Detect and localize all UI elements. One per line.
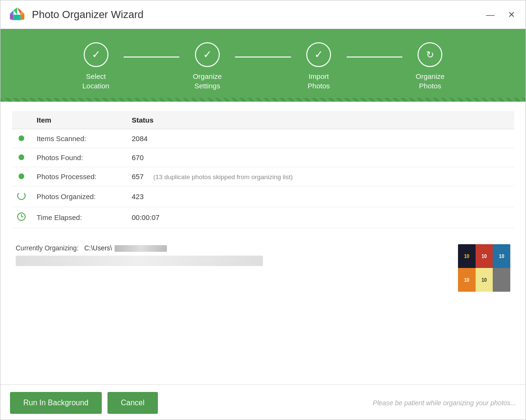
status-dot-green bbox=[19, 154, 24, 160]
path-blurred-bar bbox=[16, 256, 263, 266]
svg-marker-4 bbox=[10, 14, 14, 20]
title-bar: Photo Organizer Wizard — ✕ bbox=[0, 0, 526, 29]
row-icon bbox=[12, 148, 33, 167]
main-content: Item Status Items Scanned: 2084 Photos F… bbox=[0, 102, 526, 309]
svg-marker-5 bbox=[21, 14, 25, 20]
clock-icon bbox=[17, 212, 26, 221]
step-1-circle: ✓ bbox=[84, 42, 108, 67]
step-3-circle: ✓ bbox=[306, 42, 331, 67]
step-organize-settings: ✓ OrganizeSettings bbox=[179, 42, 235, 90]
run-in-background-button[interactable]: Run In Background bbox=[10, 392, 102, 414]
row-icon bbox=[12, 167, 33, 186]
row-status: 2084 bbox=[128, 129, 514, 148]
step-1-label: SelectLocation bbox=[82, 72, 109, 90]
step-import-photos: ✓ ImportPhotos bbox=[291, 42, 347, 90]
row-status: 657 (13 duplicate photos skipped from or… bbox=[128, 167, 514, 186]
organizing-label: Currently Organizing: C:\Users\ bbox=[16, 244, 450, 252]
duplicate-note: (13 duplicate photos skipped from organi… bbox=[153, 173, 292, 181]
row-item: Photos Organized: bbox=[33, 186, 128, 207]
table-row: Time Elapsed: 00:00:07 bbox=[12, 207, 514, 228]
organizing-info: Currently Organizing: C:\Users\ bbox=[16, 244, 450, 266]
table-row: Photos Processed: 657 (13 duplicate phot… bbox=[12, 167, 514, 186]
steps-track: ✓ SelectLocation ✓ OrganizeSettings ✓ Im… bbox=[68, 42, 458, 90]
svg-marker-2 bbox=[13, 7, 17, 14]
step-4-circle: ↻ bbox=[418, 42, 442, 67]
table-row: Photos Organized: 423 bbox=[12, 186, 514, 207]
col-status-header: Status bbox=[128, 111, 514, 129]
step-2-circle: ✓ bbox=[195, 42, 220, 67]
status-table: Item Status Items Scanned: 2084 Photos F… bbox=[12, 111, 514, 228]
step-connector-3 bbox=[347, 57, 402, 57]
status-dot-green bbox=[19, 135, 24, 141]
bottom-bar: Run In Background Cancel Please be patie… bbox=[0, 384, 526, 420]
row-item: Time Elapsed: bbox=[33, 207, 128, 228]
table-row: Photos Found: 670 bbox=[12, 148, 514, 167]
status-message: Please be patient while organizing your … bbox=[164, 399, 516, 407]
col-icon-header bbox=[12, 111, 33, 129]
organizing-path: C:\Users\ bbox=[84, 244, 112, 252]
col-item-header: Item bbox=[33, 111, 128, 129]
status-dot-green bbox=[19, 173, 24, 179]
window-controls: — ✕ bbox=[483, 10, 518, 20]
organizing-section: Currently Organizing: C:\Users\ 10 10 10 bbox=[12, 239, 514, 299]
jersey-grid: 10 10 10 10 10 bbox=[458, 244, 510, 292]
row-item: Photos Processed: bbox=[33, 167, 128, 186]
step-organize-photos: ↻ OrganizePhotos bbox=[402, 42, 458, 90]
step-connector-1 bbox=[124, 57, 179, 57]
close-button[interactable]: ✕ bbox=[505, 10, 518, 20]
table-row: Items Scanned: 2084 bbox=[12, 129, 514, 148]
step-2-label: OrganizeSettings bbox=[193, 72, 222, 90]
step-connector-2 bbox=[235, 57, 291, 57]
row-status: 670 bbox=[128, 148, 514, 167]
svg-marker-6 bbox=[13, 15, 20, 20]
row-item: Items Scanned: bbox=[33, 129, 128, 148]
row-icon bbox=[12, 207, 33, 228]
jersey-3: 10 bbox=[493, 244, 510, 268]
step-4-label: OrganizePhotos bbox=[416, 72, 445, 90]
row-icon bbox=[12, 186, 33, 207]
app-title: Photo Organizer Wizard bbox=[32, 9, 483, 21]
wizard-steps-bar: ✓ SelectLocation ✓ OrganizeSettings ✓ Im… bbox=[0, 29, 526, 102]
path-blurred-part bbox=[115, 245, 167, 252]
step-select-location: ✓ SelectLocation bbox=[68, 42, 124, 90]
jersey-2: 10 bbox=[476, 244, 493, 268]
app-logo bbox=[8, 6, 26, 24]
spinner-icon bbox=[17, 191, 26, 200]
preview-thumbnail: 10 10 10 10 10 bbox=[458, 244, 510, 292]
jersey-1: 10 bbox=[458, 244, 476, 268]
jersey-4: 10 bbox=[458, 268, 476, 292]
row-status: 423 bbox=[128, 186, 514, 207]
row-icon bbox=[12, 129, 33, 148]
cancel-button[interactable]: Cancel bbox=[107, 392, 158, 414]
row-status: 00:00:07 bbox=[128, 207, 514, 228]
row-item: Photos Found: bbox=[33, 148, 128, 167]
step-3-label: ImportPhotos bbox=[308, 72, 330, 90]
minimize-button[interactable]: — bbox=[483, 10, 497, 20]
svg-marker-0 bbox=[17, 7, 21, 14]
jersey-6 bbox=[493, 268, 510, 292]
jersey-5: 10 bbox=[476, 268, 493, 292]
